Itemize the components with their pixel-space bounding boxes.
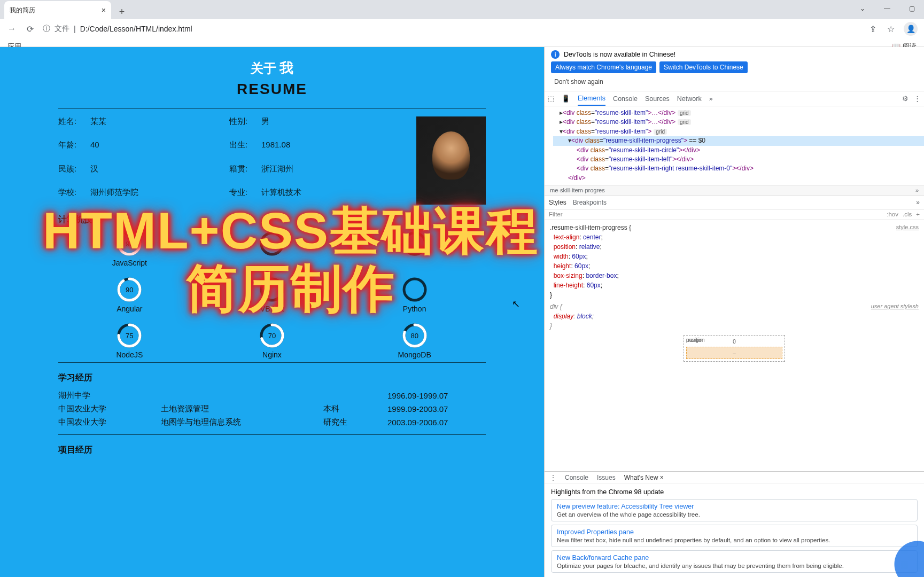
tab-breakpoints[interactable]: Breakpoints	[573, 199, 607, 206]
whatsnew-card[interactable]: New Back/forward Cache paneOptimize your…	[551, 550, 918, 573]
skill-item: 80 MongoDB	[398, 323, 431, 359]
progress-ring: 90	[117, 231, 142, 256]
resume: 关于 我 RESUME 姓名:某某性别:男年龄:40出生:1981.08民族:汉…	[58, 51, 486, 456]
url-prefix: 文件	[55, 24, 69, 34]
tab-styles[interactable]: Styles	[549, 199, 566, 206]
close-icon[interactable]: ×	[102, 6, 106, 14]
info-row: 姓名:某某	[58, 116, 229, 134]
skill-item: 90 Angular	[117, 277, 142, 313]
url-path: D:/Code/Lesson/HTML/index.html	[80, 25, 192, 33]
profile-photo	[416, 116, 486, 205]
window-controls: ⌄ — ▢	[850, 0, 924, 17]
tab-elements[interactable]: Elements	[578, 91, 605, 106]
progress-ring	[259, 277, 285, 302]
switch-chinese-button[interactable]: Switch DevTools to Chinese	[659, 61, 748, 73]
info-icon: i	[551, 50, 560, 59]
gear-icon[interactable]: ⚙	[902, 95, 909, 103]
devtools-tabs: ⬚ 📱 Elements Console Sources Network » ⚙…	[545, 91, 924, 106]
about-heading: 关于 我	[58, 59, 486, 77]
drawer-tab-issues[interactable]: Issues	[597, 474, 616, 481]
edu-heading: 学习经历	[58, 372, 486, 384]
tab-title: 我的简历	[10, 6, 35, 15]
inspect-icon[interactable]: ⬚	[548, 95, 554, 103]
info-row: 专业:计算机技术	[229, 188, 400, 205]
progress-ring	[402, 277, 428, 302]
address-bar: → ⟳ ⓘ 文件 | D:/Code/Lesson/HTML/index.htm…	[0, 19, 924, 38]
whatsnew-card[interactable]: New preview feature: Accessibility Tree …	[551, 499, 918, 521]
info-row: 性别:男	[229, 116, 400, 134]
add-rule-icon[interactable]: +	[916, 211, 920, 217]
progress-ring	[259, 231, 285, 256]
share-icon[interactable]: ⇪	[867, 24, 878, 34]
tab-console[interactable]: Console	[613, 95, 638, 103]
info-row: 学校:湖州师范学院	[58, 188, 229, 205]
always-match-button[interactable]: Always match Chrome's language	[551, 61, 656, 73]
dom-breadcrumb[interactable]: me-skill-item-progres»	[545, 185, 924, 196]
progress-ring: 75	[117, 323, 142, 348]
skills-heading: 计算机技能	[58, 214, 486, 225]
skill-item: VB.Net	[259, 277, 285, 313]
dismiss-button[interactable]: Don't show again	[551, 76, 607, 88]
page-content: 关于 我 RESUME 姓名:某某性别:男年龄:40出生:1981.08民族:汉…	[0, 47, 544, 577]
skills-grid: 90 JavaScript 90 Angular VB.Net Pyt	[58, 231, 486, 359]
cls-toggle[interactable]: .cls	[903, 211, 912, 217]
skill-item	[402, 231, 428, 267]
styles-panel[interactable]: style.css.resume-skill-item-progress { t…	[545, 220, 924, 471]
table-row: 中国农业大学土地资源管理本科1999.09-2003.07	[58, 402, 486, 416]
drawer-tab-whatsnew[interactable]: What's New ×	[624, 474, 664, 481]
skill-item	[259, 231, 285, 267]
cursor-icon: ↖	[512, 298, 520, 310]
proj-heading: 项目经历	[58, 445, 486, 456]
devtools-language-banner: i DevTools is now available in Chinese! …	[545, 47, 924, 91]
filter-input[interactable]: Filter	[549, 211, 882, 217]
star-icon[interactable]: ☆	[886, 24, 896, 34]
browser-tab[interactable]: 我的简历 ×	[4, 1, 111, 19]
info-icon: ⓘ	[43, 24, 50, 34]
progress-ring	[402, 231, 428, 256]
tab-network[interactable]: Network	[677, 95, 702, 103]
info-row: 年龄:40	[58, 140, 229, 157]
new-tab-button[interactable]: +	[114, 4, 129, 19]
skill-item: Python	[402, 277, 428, 313]
info-row: 民族:汉	[58, 164, 229, 181]
selected-dom-node: ▾<div class="resume-skill-item-progress"…	[553, 136, 924, 145]
more-icon[interactable]: »	[916, 199, 920, 206]
kebab-icon[interactable]: ⋮	[914, 95, 921, 103]
device-icon[interactable]: 📱	[562, 95, 570, 103]
whatsnew-headline: Highlights from the Chrome 98 update	[551, 488, 918, 496]
devtools: i DevTools is now available in Chinese! …	[544, 47, 924, 577]
progress-ring: 90	[117, 277, 142, 302]
skill-item: 75 NodeJS	[116, 323, 143, 359]
kebab-icon[interactable]: ⋮	[550, 474, 556, 481]
info-grid: 姓名:某某性别:男年龄:40出生:1981.08民族:汉籍贯:浙江湖州学校:湖州…	[58, 116, 400, 205]
skill-item: 90 JavaScript	[112, 231, 147, 267]
forward-icon[interactable]: →	[6, 24, 17, 34]
drawer-tab-console[interactable]: Console	[565, 474, 588, 481]
box-model: position0 margin–	[684, 335, 785, 362]
resume-title: RESUME	[58, 81, 486, 98]
styles-tabs: Styles Breakpoints »	[545, 196, 924, 209]
banner-message: DevTools is now available in Chinese!	[564, 51, 675, 58]
info-row: 籍贯:浙江湖州	[229, 164, 400, 181]
browser-chrome: ⌄ — ▢ 我的简历 × + → ⟳ ⓘ 文件 | D:/Code/Lesson…	[0, 0, 924, 47]
styles-filter: Filter :hov .cls +	[545, 209, 924, 220]
maximize-icon[interactable]: ▢	[899, 0, 924, 17]
dom-tree[interactable]: ▸<div class="resume-skill-item">…</div>g…	[545, 106, 924, 185]
chevron-down-icon[interactable]: ⌄	[850, 0, 875, 17]
reload-icon[interactable]: ⟳	[25, 24, 35, 34]
table-row: 中国农业大学地图学与地理信息系统研究生2003.09-2006.07	[58, 416, 486, 429]
skill-item: 70 Nginx	[259, 323, 285, 359]
minimize-icon[interactable]: —	[875, 0, 899, 17]
more-tabs-icon[interactable]: »	[709, 95, 713, 103]
whatsnew-card[interactable]: Improved Properties paneNew filter text …	[551, 525, 918, 547]
info-row: 出生:1981.08	[229, 140, 400, 157]
table-row: 湖州中学1996.09-1999.07	[58, 389, 486, 402]
tab-bar: 我的简历 × +	[0, 0, 924, 19]
url-field[interactable]: ⓘ 文件 | D:/Code/Lesson/HTML/index.html	[43, 24, 860, 34]
devtools-drawer: ⋮ Console Issues What's New × Highlights…	[545, 471, 924, 577]
profile-avatar[interactable]: 👤	[904, 22, 918, 36]
tab-sources[interactable]: Sources	[645, 95, 670, 103]
progress-ring: 80	[402, 323, 428, 348]
hov-toggle[interactable]: :hov	[887, 211, 898, 217]
progress-ring: 70	[259, 323, 285, 348]
